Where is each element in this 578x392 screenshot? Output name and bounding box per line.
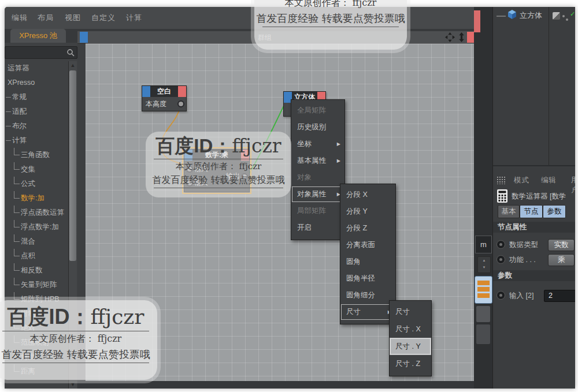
right-panel: 立方体 ✓ 模式 编辑 用户 数学运算器 [数学 基本 (492, 7, 575, 389)
vertical-resize-icon[interactable] (457, 32, 466, 42)
screenshot-stage: 编辑 布局 视图 自定义 计算 XPresso 池 群组 (0, 0, 578, 392)
pool-item[interactable]: 三角函数 (5, 148, 50, 162)
scroll-up-icon[interactable]: ▲ (69, 61, 77, 69)
menu-item-local-matrix[interactable]: 局部矩阵 (291, 203, 344, 219)
submenu-arrow-icon: ▶ (337, 152, 340, 169)
param-port-dot[interactable] (497, 255, 505, 264)
pool-item[interactable]: 交集 (5, 162, 35, 177)
panel-button-partial[interactable] (476, 306, 490, 322)
menu-item-size-x[interactable]: 尺寸 . X (390, 320, 431, 338)
section-node-properties: 节点属性 (493, 222, 575, 233)
function-dropdown[interactable]: 乘 (548, 254, 575, 266)
pool-item[interactable]: 混合 (5, 234, 35, 249)
menu-item-enable[interactable]: 开启 (291, 219, 344, 236)
param-port-dot[interactable] (497, 291, 505, 300)
object-properties-submenu: 分段 X 分段 Y 分段 Z 分离表面 圆角 圆角半径 圆角细分 尺寸▶ (340, 184, 396, 324)
attr-menu-edit[interactable]: 编辑 (541, 176, 557, 185)
background-red-chip (474, 10, 480, 32)
submenu-arrow-icon: ▶ (337, 136, 340, 152)
object-manager-divider (549, 7, 549, 165)
menu-item-fillet-subdivision[interactable]: 圆角细分 (340, 287, 395, 304)
menu-calculate[interactable]: 计算 (126, 13, 142, 23)
layer-icon[interactable] (553, 12, 560, 20)
node-blank-port-label: 本高度 (146, 99, 166, 109)
background-panel-strip: m ▲▼ (474, 7, 492, 389)
visibility-dot-icon[interactable] (566, 18, 568, 21)
menu-layout[interactable]: 布局 (38, 13, 54, 23)
node-context-menu: 全局矩阵 历史级别 坐标▶ 基本属性▶ 对象 对象属性▶ 局部矩阵 开启 (291, 99, 345, 240)
size-submenu: 尺寸 尺寸 . X 尺寸 . Y 尺寸 . Z (389, 300, 432, 376)
menu-item-size-y[interactable]: 尺寸 . Y (390, 338, 431, 355)
menu-item-size[interactable]: 尺寸▶ (340, 304, 395, 320)
pool-item[interactable]: 布尔 (5, 119, 27, 133)
tree-branch-icon (497, 13, 507, 20)
watermark-bottom: 百度ID：ffjczr 本文原创作者： ffjczr 首发百度经验 转载要点赞投… (0, 300, 157, 380)
pool-item[interactable]: 常规 (5, 90, 27, 104)
enabled-check-icon[interactable]: ✓ (570, 10, 575, 18)
node-blank-output-port[interactable] (177, 100, 184, 107)
section-parameters: 参数 (493, 270, 575, 281)
menu-item-global-matrix[interactable]: 全局矩阵 (291, 102, 344, 119)
data-type-dropdown[interactable]: 实数 (548, 239, 575, 251)
param-port-dot[interactable] (497, 240, 505, 249)
visibility-dot-icon[interactable] (562, 15, 565, 17)
menu-item-segments-x[interactable]: 分段 X (340, 186, 395, 203)
cube-object-icon[interactable] (507, 9, 517, 20)
tab-param[interactable]: 参数 (543, 205, 566, 218)
pool-item[interactable]: XPresso (5, 76, 35, 90)
swatch-grid-icon (477, 279, 490, 298)
tab-basic[interactable]: 基本 (498, 205, 520, 218)
node-blank[interactable]: 空白 本高度 (142, 85, 187, 111)
menu-customize[interactable]: 自定义 (91, 13, 116, 23)
menu-item-size-all[interactable]: 尺寸 (390, 303, 431, 320)
pool-item[interactable]: 适配 (5, 104, 27, 119)
menu-item-coordinates[interactable]: 坐标▶ (291, 136, 344, 152)
menu-item-segments-y[interactable]: 分段 Y (340, 203, 395, 220)
panel-button-partial[interactable] (476, 324, 490, 344)
menu-item-size-z[interactable]: 尺寸 . Z (390, 355, 431, 372)
move-icon[interactable] (445, 32, 455, 42)
attr-menu-user[interactable]: 用户 (571, 176, 575, 195)
attr-object-title: 数学运算器 [数学 (512, 192, 566, 201)
canvas-bottom-strip (77, 381, 474, 389)
object-name[interactable]: 立方体 (520, 10, 542, 21)
panel-divider (493, 165, 575, 166)
pool-item[interactable]: 浮点数学:加 (5, 220, 59, 234)
tab-xpresso-pool[interactable]: XPresso 池 (10, 29, 66, 43)
menu-item-separate-surfaces[interactable]: 分离表面 (340, 237, 395, 253)
input2-value-field[interactable]: 2 (544, 290, 575, 302)
group-blue-chip (80, 32, 88, 43)
menu-item-segments-z[interactable]: 分段 Z (340, 220, 395, 237)
pool-item-math-add[interactable]: 数学:加 (5, 191, 45, 206)
menu-item-history-level[interactable]: 历史级别 (291, 119, 344, 136)
attr-menu-mode[interactable]: 模式 (514, 176, 529, 185)
menu-item-basic-properties[interactable]: 基本属性▶ (291, 152, 344, 169)
menu-item-object[interactable]: 对象 (291, 169, 344, 186)
data-type-label: 数据类型 (509, 240, 538, 250)
watermark-middle: 百度ID：ffjczr 本文原创作者： ffjczr 首发百度经验 转载要点赞投… (146, 132, 291, 197)
pool-item[interactable]: 计算 (5, 133, 27, 148)
calculator-icon (497, 189, 508, 203)
pool-item[interactable]: 矢量到矩阵 (5, 278, 57, 292)
input2-label: 输入 [2] (509, 291, 533, 301)
menu-edit[interactable]: 编辑 (12, 13, 28, 23)
value-spinner[interactable]: ▲▼ (477, 256, 491, 273)
watermark-top: 百度ID：ffjczr 本文原创作者： ffjczr 首发百度经验 转载要点赞投… (254, 0, 407, 50)
pool-item[interactable]: 运算器 (5, 61, 29, 76)
pool-item[interactable]: 公式 (5, 177, 35, 191)
menu-item-fillet[interactable]: 圆角 (340, 253, 395, 270)
palette-icon[interactable] (475, 276, 492, 304)
unit-field[interactable]: m (475, 236, 492, 253)
menu-view[interactable]: 视图 (65, 13, 81, 23)
node-blank-blue-chip (142, 86, 150, 97)
node-blank-red-chip (178, 86, 186, 97)
menu-item-object-properties[interactable]: 对象属性▶ (291, 186, 344, 203)
pool-item[interactable]: 点积 (5, 249, 35, 263)
tab-node[interactable]: 节点 (520, 205, 543, 218)
pool-item[interactable]: 浮点函数运算 (5, 206, 64, 220)
scrollbar-thumb[interactable] (69, 70, 76, 261)
scroll-down-icon[interactable]: ▼ (69, 380, 77, 389)
menu-item-fillet-radius[interactable]: 圆角半径 (340, 270, 395, 287)
pool-item[interactable]: 相反数 (5, 263, 43, 278)
attribute-manager-grip-icon[interactable] (497, 176, 505, 184)
